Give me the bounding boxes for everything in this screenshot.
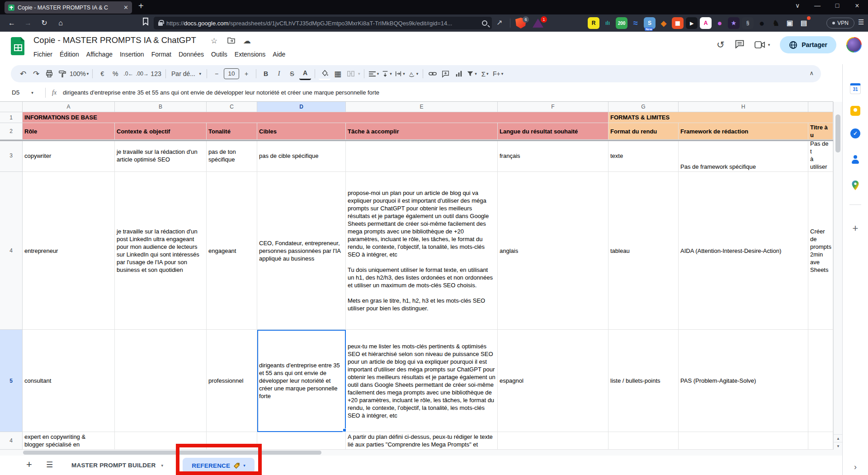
back-icon[interactable]: ← (5, 18, 18, 28)
increase-font-size-button[interactable]: + (241, 67, 252, 80)
formula-input[interactable]: dirigeants d'entreprise entre 35 et 55 a… (63, 89, 833, 96)
zoom-page-icon[interactable] (482, 20, 487, 26)
text-rotate-icon[interactable]: A ▾ (407, 67, 419, 80)
insert-chart-icon[interactable] (453, 67, 465, 80)
cell-d3[interactable]: pas de cible spécifique (257, 140, 346, 172)
row-header-5[interactable]: 5 (0, 330, 23, 432)
merge-caret-icon[interactable]: ▾ (358, 71, 360, 76)
row-header-2[interactable]: 2 (0, 123, 23, 140)
f-plus-button[interactable]: F+▾ (492, 67, 504, 80)
horizontal-scrollbar[interactable] (0, 450, 842, 456)
extension-icon[interactable]: ★ (728, 17, 740, 29)
redo-icon[interactable]: ↷ (30, 67, 42, 80)
contacts-icon[interactable] (850, 155, 860, 165)
cell-f2[interactable]: Langue du résultat souhaité (498, 123, 609, 140)
fill-color-icon[interactable] (319, 67, 330, 80)
sheet-tab-reference-active[interactable]: REFERENCE ▾ (183, 458, 255, 473)
menu-affichage[interactable]: Affichage (83, 49, 116, 60)
cell-g1[interactable]: FORMATS & LIMITES (609, 112, 833, 123)
cell-h5[interactable]: PAS (Problem-Agitate-Solve) (679, 330, 808, 432)
row-header-4[interactable]: 4 (0, 172, 23, 330)
font-select[interactable]: Par dé...▾ (170, 67, 203, 80)
browser-tab[interactable]: Copie - MASTER PROMPTS IA & C ✕ (5, 1, 132, 14)
cell-d5-selected[interactable]: dirigeants d'entreprise entre 35 et 55 a… (257, 330, 346, 432)
extension-icon[interactable]: ▦ (672, 17, 684, 29)
cell-g4[interactable]: tableau (609, 172, 679, 330)
cell-b6[interactable] (115, 432, 207, 450)
cell-i5[interactable] (808, 330, 833, 432)
tab-close-icon[interactable]: ✕ (123, 4, 128, 11)
sheet-tab-caret-icon[interactable]: ▾ (161, 463, 163, 468)
cell-h3[interactable]: Pas de framework spécifique (679, 140, 808, 172)
vpn-button[interactable]: VPN (826, 18, 854, 28)
name-box[interactable]: D5 ▾ (0, 89, 45, 96)
menu-insertion[interactable]: Insertion (116, 49, 148, 60)
panel-collapse-chevron-icon[interactable]: › (854, 462, 857, 472)
maps-icon[interactable] (851, 180, 860, 193)
currency-format-button[interactable]: € (96, 67, 108, 80)
horizontal-align-icon[interactable]: ▾ (368, 67, 380, 80)
cell-f4[interactable]: anglais (498, 172, 609, 330)
text-wrap-icon[interactable]: ▾ (394, 67, 406, 80)
move-folder-icon[interactable] (227, 36, 236, 46)
tab-list-icon[interactable]: ∨ (790, 2, 805, 9)
cell-e2[interactable]: Tâche à accomplir (346, 123, 498, 140)
cell-a6[interactable]: expert en copywriting & blogger spéciali… (23, 432, 115, 450)
cell-b4[interactable]: je travaille sur la rédaction d'un post … (115, 172, 207, 330)
vertical-align-icon[interactable]: ▾ (381, 67, 393, 80)
functions-button[interactable]: Σ▾ (479, 67, 491, 80)
comment-icon[interactable] (735, 39, 745, 50)
menu-edition[interactable]: Édition (56, 49, 83, 60)
metamask-fox-icon[interactable]: ◆ (658, 17, 670, 29)
print-icon[interactable] (43, 67, 55, 80)
bookmark-icon[interactable] (139, 18, 152, 28)
cell-g3[interactable]: texte (609, 140, 679, 172)
star-icon[interactable]: ☆ (211, 36, 217, 46)
add-sheet-icon[interactable]: + (26, 459, 32, 470)
filter-ic on[interactable]: ▾ (466, 67, 478, 80)
maximize-icon[interactable]: □ (830, 2, 844, 9)
paint-format-icon[interactable] (57, 67, 68, 80)
share-button[interactable]: Partager (780, 36, 836, 53)
extension-icon[interactable]: 200 (616, 17, 627, 29)
cell-a1[interactable]: INFORMATIONS DE BASE (23, 112, 609, 123)
browser-menu-icon[interactable]: ☰ (858, 18, 864, 26)
bold-button[interactable]: B (260, 67, 272, 80)
extension-icon[interactable]: SNew (644, 17, 656, 29)
scroll-down-icon[interactable]: ▼ (834, 442, 843, 450)
scroll-up-icon[interactable]: ▲ (834, 434, 843, 442)
share-page-icon[interactable]: ↗ (496, 18, 502, 27)
collapse-toolbar-icon[interactable]: ∧ (809, 70, 814, 76)
row-header-1[interactable]: 1 (0, 112, 23, 123)
cell-h2[interactable]: Framework de rédaction (679, 123, 808, 140)
cell-e3[interactable] (346, 140, 498, 172)
decrease-font-size-button[interactable]: − (211, 67, 222, 80)
keep-icon[interactable] (850, 106, 860, 116)
col-header-e[interactable]: E (346, 102, 498, 112)
insert-comment-icon[interactable] (440, 67, 452, 80)
col-header-i[interactable] (808, 102, 833, 112)
menu-format[interactable]: Format (148, 49, 175, 60)
sheet-tab-caret-icon[interactable]: ▾ (243, 463, 245, 468)
cell-f6[interactable] (498, 432, 609, 450)
sheets-logo-icon[interactable] (11, 37, 24, 55)
insert-link-icon[interactable] (427, 67, 439, 80)
cell-g2[interactable]: Format du rendu (609, 123, 679, 140)
cell-i4[interactable]: Créer de prompts 2min ave Sheets (808, 172, 833, 330)
row-header-6[interactable]: 4 (0, 432, 23, 450)
cell-b3[interactable]: je travaille sur la rédaction d'un artic… (115, 140, 207, 172)
home-icon[interactable]: ⌂ (54, 18, 67, 28)
increase-decimals-button[interactable]: .00→ (136, 67, 149, 80)
col-header-b[interactable]: B (115, 102, 207, 112)
extension-icon[interactable]: ▤ (798, 17, 810, 29)
cell-i6[interactable] (808, 432, 833, 450)
extension-icon[interactable]: ● (714, 17, 726, 29)
undo-icon[interactable]: ↶ (17, 67, 29, 80)
grid-corner[interactable] (0, 102, 23, 112)
cell-c4[interactable]: engageant (207, 172, 257, 330)
cell-g6[interactable] (609, 432, 679, 450)
col-header-a[interactable]: A (23, 102, 115, 112)
extension-icon[interactable]: ılı (602, 17, 613, 29)
extension-icon[interactable]: § (742, 17, 754, 29)
col-header-d[interactable]: D (257, 102, 346, 112)
